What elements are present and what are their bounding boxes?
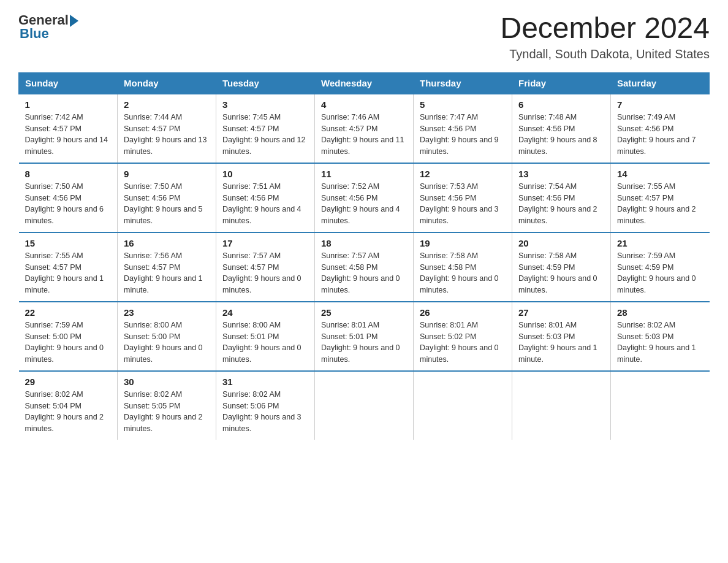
day-number: 9 [124, 169, 210, 179]
calendar-cell: 9 Sunrise: 7:50 AMSunset: 4:56 PMDayligh… [118, 163, 216, 232]
day-number: 18 [321, 238, 407, 248]
day-info: Sunrise: 7:53 AMSunset: 4:56 PMDaylight:… [420, 182, 499, 225]
day-number: 12 [420, 169, 506, 179]
day-info: Sunrise: 8:01 AMSunset: 5:02 PMDaylight:… [420, 321, 499, 364]
calendar-week-row: 15 Sunrise: 7:55 AMSunset: 4:57 PMDaylig… [19, 232, 710, 302]
day-number: 22 [25, 307, 112, 318]
calendar-cell: 17 Sunrise: 7:57 AMSunset: 4:57 PMDaylig… [216, 232, 315, 302]
calendar-cell: 15 Sunrise: 7:55 AMSunset: 4:57 PMDaylig… [19, 232, 118, 302]
day-number: 24 [222, 307, 308, 318]
calendar-cell: 2 Sunrise: 7:44 AMSunset: 4:57 PMDayligh… [118, 94, 216, 163]
day-number: 5 [420, 99, 506, 110]
calendar-cell [414, 371, 512, 440]
day-info: Sunrise: 7:54 AMSunset: 4:56 PMDaylight:… [518, 182, 597, 225]
calendar-week-row: 29 Sunrise: 8:02 AMSunset: 5:04 PMDaylig… [19, 371, 710, 440]
calendar-cell: 1 Sunrise: 7:42 AMSunset: 4:57 PMDayligh… [19, 94, 118, 163]
day-info: Sunrise: 8:02 AMSunset: 5:03 PMDaylight:… [617, 321, 696, 364]
day-info: Sunrise: 7:52 AMSunset: 4:56 PMDaylight:… [321, 182, 400, 225]
day-number: 19 [420, 238, 506, 248]
day-info: Sunrise: 7:56 AMSunset: 4:57 PMDaylight:… [124, 251, 203, 294]
calendar-cell [611, 371, 710, 440]
day-info: Sunrise: 7:42 AMSunset: 4:57 PMDaylight:… [25, 113, 108, 156]
calendar-cell: 7 Sunrise: 7:49 AMSunset: 4:56 PMDayligh… [611, 94, 710, 163]
calendar-cell: 16 Sunrise: 7:56 AMSunset: 4:57 PMDaylig… [118, 232, 216, 302]
day-number: 3 [222, 99, 308, 110]
calendar-header-wednesday: Wednesday [315, 72, 414, 94]
calendar-cell: 23 Sunrise: 8:00 AMSunset: 5:00 PMDaylig… [118, 302, 216, 371]
calendar-cell: 30 Sunrise: 8:02 AMSunset: 5:05 PMDaylig… [118, 371, 216, 440]
calendar-cell: 21 Sunrise: 7:59 AMSunset: 4:59 PMDaylig… [611, 232, 710, 302]
calendar-table: SundayMondayTuesdayWednesdayThursdayFrid… [18, 72, 710, 440]
calendar-week-row: 22 Sunrise: 7:59 AMSunset: 5:00 PMDaylig… [19, 302, 710, 371]
calendar-cell: 25 Sunrise: 8:01 AMSunset: 5:01 PMDaylig… [315, 302, 414, 371]
day-info: Sunrise: 7:58 AMSunset: 4:59 PMDaylight:… [518, 251, 597, 294]
calendar-cell: 6 Sunrise: 7:48 AMSunset: 4:56 PMDayligh… [512, 94, 611, 163]
calendar-cell: 11 Sunrise: 7:52 AMSunset: 4:56 PMDaylig… [315, 163, 414, 232]
calendar-week-row: 1 Sunrise: 7:42 AMSunset: 4:57 PMDayligh… [19, 94, 710, 163]
day-number: 31 [222, 377, 308, 387]
month-title: December 2024 [500, 12, 710, 45]
calendar-cell [315, 371, 414, 440]
day-info: Sunrise: 8:02 AMSunset: 5:04 PMDaylight:… [25, 390, 104, 433]
day-info: Sunrise: 7:49 AMSunset: 4:56 PMDaylight:… [617, 113, 696, 156]
calendar-cell: 13 Sunrise: 7:54 AMSunset: 4:56 PMDaylig… [512, 163, 611, 232]
calendar-cell: 12 Sunrise: 7:53 AMSunset: 4:56 PMDaylig… [414, 163, 512, 232]
day-info: Sunrise: 7:55 AMSunset: 4:57 PMDaylight:… [25, 251, 104, 294]
day-info: Sunrise: 7:51 AMSunset: 4:56 PMDaylight:… [222, 182, 301, 225]
calendar-cell: 3 Sunrise: 7:45 AMSunset: 4:57 PMDayligh… [216, 94, 315, 163]
calendar-header-monday: Monday [118, 72, 216, 94]
calendar-cell: 18 Sunrise: 7:57 AMSunset: 4:58 PMDaylig… [315, 232, 414, 302]
day-number: 7 [617, 99, 703, 110]
day-info: Sunrise: 7:57 AMSunset: 4:57 PMDaylight:… [222, 251, 301, 294]
calendar-cell: 27 Sunrise: 8:01 AMSunset: 5:03 PMDaylig… [512, 302, 611, 371]
logo-triangle-icon [70, 15, 78, 27]
day-info: Sunrise: 7:44 AMSunset: 4:57 PMDaylight:… [124, 113, 207, 156]
calendar-cell: 5 Sunrise: 7:47 AMSunset: 4:56 PMDayligh… [414, 94, 512, 163]
day-number: 29 [25, 377, 112, 387]
title-area: December 2024 Tyndall, South Dakota, Uni… [500, 12, 710, 61]
day-number: 4 [321, 99, 407, 110]
calendar-cell: 20 Sunrise: 7:58 AMSunset: 4:59 PMDaylig… [512, 232, 611, 302]
calendar-week-row: 8 Sunrise: 7:50 AMSunset: 4:56 PMDayligh… [19, 163, 710, 232]
day-number: 30 [124, 377, 210, 387]
calendar-header-friday: Friday [512, 72, 611, 94]
calendar-cell: 14 Sunrise: 7:55 AMSunset: 4:57 PMDaylig… [611, 163, 710, 232]
calendar-cell: 28 Sunrise: 8:02 AMSunset: 5:03 PMDaylig… [611, 302, 710, 371]
page-header: General Blue December 2024 Tyndall, Sout… [18, 12, 710, 61]
day-number: 26 [420, 307, 506, 318]
day-info: Sunrise: 8:00 AMSunset: 5:01 PMDaylight:… [222, 321, 301, 364]
day-info: Sunrise: 7:50 AMSunset: 4:56 PMDaylight:… [124, 182, 203, 225]
calendar-cell: 29 Sunrise: 8:02 AMSunset: 5:04 PMDaylig… [19, 371, 118, 440]
calendar-header-row: SundayMondayTuesdayWednesdayThursdayFrid… [19, 72, 710, 94]
day-number: 25 [321, 307, 407, 318]
day-info: Sunrise: 8:02 AMSunset: 5:05 PMDaylight:… [124, 390, 203, 433]
day-number: 15 [25, 238, 112, 248]
day-info: Sunrise: 7:50 AMSunset: 4:56 PMDaylight:… [25, 182, 104, 225]
logo: General Blue [18, 12, 78, 42]
day-info: Sunrise: 7:59 AMSunset: 5:00 PMDaylight:… [25, 321, 104, 364]
calendar-cell: 8 Sunrise: 7:50 AMSunset: 4:56 PMDayligh… [19, 163, 118, 232]
day-info: Sunrise: 8:01 AMSunset: 5:03 PMDaylight:… [518, 321, 597, 364]
day-info: Sunrise: 8:01 AMSunset: 5:01 PMDaylight:… [321, 321, 400, 364]
calendar-header-saturday: Saturday [611, 72, 710, 94]
location-title: Tyndall, South Dakota, United States [500, 47, 710, 61]
day-info: Sunrise: 7:59 AMSunset: 4:59 PMDaylight:… [617, 251, 696, 294]
calendar-cell: 19 Sunrise: 7:58 AMSunset: 4:58 PMDaylig… [414, 232, 512, 302]
day-number: 14 [617, 169, 703, 179]
calendar-cell: 4 Sunrise: 7:46 AMSunset: 4:57 PMDayligh… [315, 94, 414, 163]
day-number: 17 [222, 238, 308, 248]
calendar-cell [512, 371, 611, 440]
day-number: 11 [321, 169, 407, 179]
calendar-header-sunday: Sunday [19, 72, 118, 94]
day-number: 28 [617, 307, 703, 318]
day-number: 21 [617, 238, 703, 248]
calendar-cell: 10 Sunrise: 7:51 AMSunset: 4:56 PMDaylig… [216, 163, 315, 232]
day-number: 1 [25, 99, 112, 110]
day-info: Sunrise: 7:47 AMSunset: 4:56 PMDaylight:… [420, 113, 499, 156]
day-number: 27 [518, 307, 604, 318]
day-info: Sunrise: 8:02 AMSunset: 5:06 PMDaylight:… [222, 390, 301, 433]
day-number: 13 [518, 169, 604, 179]
day-info: Sunrise: 7:58 AMSunset: 4:58 PMDaylight:… [420, 251, 499, 294]
day-number: 2 [124, 99, 210, 110]
calendar-cell: 22 Sunrise: 7:59 AMSunset: 5:00 PMDaylig… [19, 302, 118, 371]
